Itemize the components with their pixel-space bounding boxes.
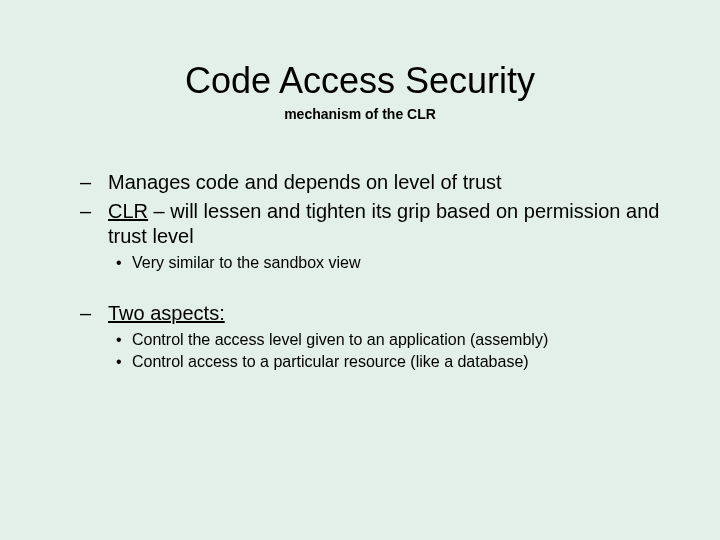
bullet-item: Manages code and depends on level of tru… xyxy=(60,170,660,195)
bullet-term: CLR xyxy=(108,200,148,222)
slide-title: Code Access Security xyxy=(60,60,660,102)
primary-list: Manages code and depends on level of tru… xyxy=(60,170,660,273)
sub-bullet-text: Control access to a particular resource … xyxy=(132,353,529,370)
sub-list: Control the access level given to an app… xyxy=(108,330,660,372)
sub-bullet-item: Control the access level given to an app… xyxy=(108,330,660,350)
sub-bullet-text: Very similar to the sandbox view xyxy=(132,254,361,271)
slide-body: Manages code and depends on level of tru… xyxy=(60,170,660,372)
sub-list: Very similar to the sandbox view xyxy=(108,253,660,273)
bullet-text: – will lessen and tighten its grip based… xyxy=(108,200,659,247)
slide: Code Access Security mechanism of the CL… xyxy=(0,0,720,540)
bullet-item: CLR – will lessen and tighten its grip b… xyxy=(60,199,660,273)
bullet-term: Two aspects: xyxy=(108,302,225,324)
slide-subtitle: mechanism of the CLR xyxy=(60,106,660,122)
bullet-text: Manages code and depends on level of tru… xyxy=(108,171,502,193)
bullet-item: Two aspects: Control the access level gi… xyxy=(60,301,660,372)
primary-list: Two aspects: Control the access level gi… xyxy=(60,301,660,372)
sub-bullet-item: Very similar to the sandbox view xyxy=(108,253,660,273)
sub-bullet-text: Control the access level given to an app… xyxy=(132,331,548,348)
sub-bullet-item: Control access to a particular resource … xyxy=(108,352,660,372)
